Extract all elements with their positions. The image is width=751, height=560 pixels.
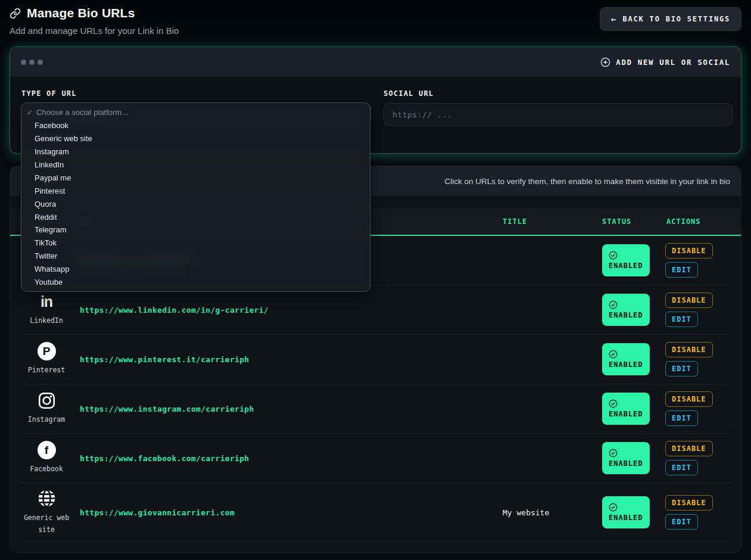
window-dots-icon — [21, 60, 43, 65]
url-title — [497, 405, 503, 413]
platform-label: Instagram — [28, 413, 65, 425]
dropdown-option[interactable]: Twitter — [21, 250, 370, 263]
actions-cell: DISABLE EDIT — [665, 243, 731, 278]
social-url-label: SOCIAL URL — [384, 89, 733, 98]
arrow-left-icon: ← — [611, 14, 616, 24]
column-header-actions: ACTIONS — [665, 217, 731, 226]
dropdown-option[interactable]: LinkedIn — [21, 158, 370, 172]
platform-cell: Generic web site — [21, 489, 80, 536]
status-badge: ENABLED — [602, 294, 650, 326]
edit-button[interactable]: EDIT — [665, 410, 698, 426]
disable-button[interactable]: DISABLE — [665, 441, 713, 456]
dropdown-option[interactable]: Reddit — [21, 210, 370, 223]
status-cell: ENABLED — [596, 294, 665, 326]
verify-hint-text: Click on URLs to verify them, then enabl… — [445, 177, 730, 186]
disable-button[interactable]: DISABLE — [665, 342, 713, 357]
check-circle-icon — [609, 251, 650, 260]
globe-icon — [37, 489, 57, 508]
disable-button[interactable]: DISABLE — [665, 391, 713, 407]
add-url-panel-bar: ADD NEW URL OR SOCIAL — [10, 47, 741, 77]
type-of-url-label: TYPE OF URL — [21, 89, 371, 98]
dropdown-option[interactable]: Pinterest — [21, 184, 370, 197]
linkedin-icon: in — [40, 293, 52, 311]
url-link[interactable]: https://www.instagram.com/carrieriph — [80, 405, 254, 413]
add-new-url-button[interactable]: ADD NEW URL OR SOCIAL — [600, 57, 730, 67]
edit-button[interactable]: EDIT — [665, 514, 698, 530]
title-cell — [497, 403, 596, 414]
dropdown-option[interactable]: Quora — [21, 197, 370, 210]
url-title — [497, 355, 503, 364]
platform-cell: P Pinterest — [21, 342, 80, 376]
url-link[interactable]: https://www.facebook.com/carrieriph — [80, 454, 249, 463]
actions-cell: DISABLE EDIT — [665, 441, 731, 475]
link-icon — [10, 8, 21, 19]
dropdown-option-placeholder[interactable]: ✓ Choose a social platform... — [21, 106, 370, 119]
status-cell: ENABLED — [596, 244, 665, 276]
dropdown-option[interactable]: Whatsapp — [21, 263, 370, 276]
platform-label: Facebook — [30, 463, 63, 475]
back-button-label: BACK TO BIO SETTINGS — [623, 15, 731, 23]
column-header-title: TITLE — [497, 217, 596, 226]
dropdown-option[interactable]: Youtube — [21, 276, 370, 289]
table-row: f Facebook https://www.facebook.com/carr… — [21, 434, 731, 483]
url-title: My website — [497, 508, 549, 517]
url-link[interactable]: https://www.linkedin.com/in/g-carrieri/ — [80, 306, 269, 315]
url-title — [497, 256, 503, 265]
status-badge: ENABLED — [602, 496, 650, 528]
platform-cell: in LinkedIn — [21, 293, 80, 326]
status-badge: ENABLED — [602, 343, 650, 375]
url-cell: https://www.pinterest.it/carrieriph — [80, 354, 497, 365]
facebook-icon: f — [38, 441, 56, 459]
platform-label: Pinterest — [28, 364, 65, 376]
status-cell: ENABLED — [596, 343, 665, 375]
status-badge: ENABLED — [602, 442, 650, 474]
status-label: ENABLED — [609, 311, 650, 319]
status-badge: ENABLED — [602, 393, 650, 425]
platform-cell: Instagram — [21, 391, 80, 425]
dropdown-option[interactable]: Telegram — [21, 223, 370, 237]
edit-button[interactable]: EDIT — [665, 460, 698, 475]
platform-label: LinkedIn — [30, 315, 63, 326]
dropdown-option[interactable]: TikTok — [21, 237, 370, 250]
add-button-label: ADD NEW URL OR SOCIAL — [616, 58, 730, 67]
column-header-status: STATUS — [596, 217, 665, 226]
social-url-input[interactable] — [384, 103, 733, 126]
actions-cell: DISABLE EDIT — [665, 293, 731, 327]
url-title — [497, 306, 503, 315]
back-to-bio-settings-button[interactable]: ← BACK TO BIO SETTINGS — [600, 7, 741, 31]
table-row: P Pinterest https://www.pinterest.it/car… — [21, 335, 731, 384]
status-cell: ENABLED — [596, 393, 665, 425]
actions-cell: DISABLE EDIT — [665, 495, 731, 530]
status-label: ENABLED — [609, 410, 650, 418]
pinterest-icon: P — [38, 342, 56, 360]
check-circle-icon — [609, 503, 650, 512]
title-cell — [497, 354, 596, 365]
dropdown-option[interactable]: Facebook — [21, 119, 370, 132]
url-link[interactable]: https://www.pinterest.it/carrieriph — [80, 355, 249, 364]
url-link[interactable]: https://www.giovannicarrieri.com — [80, 508, 235, 517]
dropdown-option[interactable]: Instagram — [21, 145, 370, 158]
check-circle-icon — [609, 300, 650, 309]
manage-bio-urls-page: Manage Bio URLs Add and manage URLs for … — [0, 0, 751, 560]
edit-button[interactable]: EDIT — [665, 361, 698, 377]
dropdown-option[interactable]: Generic web site — [21, 132, 370, 145]
check-icon: ✓ — [27, 108, 33, 117]
title-cell — [497, 304, 596, 315]
disable-button[interactable]: DISABLE — [665, 293, 713, 308]
url-cell: https://www.facebook.com/carrieriph — [80, 453, 497, 463]
platform-cell: f Facebook — [21, 441, 80, 475]
disable-button[interactable]: DISABLE — [665, 243, 713, 259]
check-circle-icon — [609, 399, 650, 408]
status-badge: ENABLED — [602, 244, 650, 276]
instagram-icon — [38, 391, 56, 410]
disable-button[interactable]: DISABLE — [665, 495, 713, 511]
check-circle-icon — [609, 449, 650, 458]
platform-label: Generic web site — [23, 512, 70, 536]
edit-button[interactable]: EDIT — [665, 262, 698, 278]
dropdown-option[interactable]: Paypal me — [21, 171, 370, 184]
edit-button[interactable]: EDIT — [665, 312, 698, 327]
table-row: in LinkedIn https://www.linkedin.com/in/… — [21, 285, 731, 335]
page-title: Manage Bio URLs — [27, 6, 135, 20]
plus-circle-icon — [600, 57, 610, 67]
title-cell — [497, 453, 596, 463]
